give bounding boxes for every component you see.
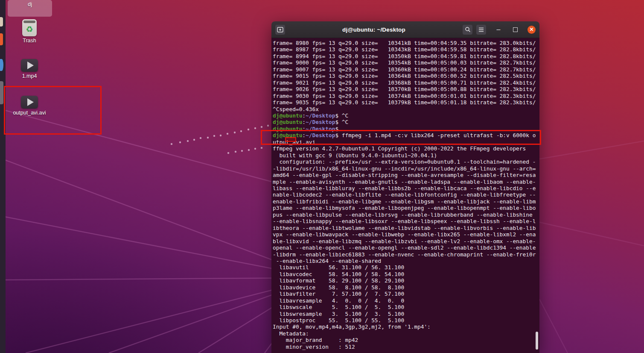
- terminal-line: configuration: --prefix=/usr --extra-ver…: [273, 159, 539, 165]
- desktop-item-dj-selected[interactable]: dj: [8, 0, 52, 17]
- terminal-line: libavcodec 58. 54.100 / 58. 54.100: [273, 271, 539, 277]
- terminal-line: enable-libfribidi --enable-libgme --enab…: [273, 198, 539, 205]
- search-icon: [465, 26, 471, 32]
- recycle-symbol-icon: ♻: [26, 25, 33, 33]
- terminal-line: libavresample 4. 0. 0 / 4. 0. 0: [273, 297, 539, 304]
- desktop: dj ♻ Trash 1.mp4 output_avi.avi: [0, 0, 644, 353]
- terminal-line: p3lame --enable-libmysofa --enable-libop…: [273, 205, 539, 211]
- terminal-line: pus --enable-libpulse --enable-librsvg -…: [273, 212, 539, 218]
- dock-app-icon-fragment[interactable]: [0, 59, 3, 71]
- terminal-titlebar[interactable]: dj@ubuntu: ~/Desktop – ✕: [271, 21, 539, 38]
- terminal-line: -libdir=/usr/lib/x86_64-linux-gnu --incd…: [273, 165, 539, 172]
- terminal-line: major_brand : mp42: [273, 337, 539, 343]
- terminal-line: frame= 9021 fps= 13 q=29.0 size= 10368kB…: [273, 79, 539, 86]
- terminal-line: libswscale 5. 5.100 / 5. 5.100: [273, 304, 539, 310]
- terminal-line: frame= 9030 fps= 13 q=29.0 size= 10374kB…: [273, 93, 539, 99]
- terminal-line: ibtheora --enable-libtwolame --enable-li…: [273, 225, 539, 231]
- video-file-icon: [21, 59, 38, 72]
- terminal-line: libavfilter 7. 57.100 / 7. 57.100: [273, 291, 539, 297]
- terminal-line: libswresample 3. 5.100 / 3. 5.100: [273, 311, 539, 317]
- play-icon: [27, 62, 34, 69]
- scrollbar-thumb[interactable]: [536, 332, 538, 350]
- new-tab-button[interactable]: [275, 25, 285, 35]
- terminal-line: frame= 8980 fps= 13 q=29.0 size= 10341kB…: [273, 40, 539, 46]
- terminal-line: libavdevice 58. 8.100 / 58. 8.100: [273, 284, 539, 291]
- maximize-icon: [513, 27, 518, 32]
- minimize-button[interactable]: –: [493, 25, 504, 35]
- terminal-line: frame= 9026 fps= 13 q=29.0 size= 10370kB…: [273, 86, 539, 92]
- terminal-line: libpostproc 55. 5.100 / 55. 5.100: [273, 317, 539, 324]
- terminal-line: dj@ubuntu:~/Desktop$ ^C: [273, 119, 539, 125]
- terminal-line: ffmpeg version 4.2.7-0ubuntu0.1 Copyrigh…: [273, 145, 539, 152]
- terminal-line: frame= 8987 fps= 13 q=29.0 size= 10343kB…: [273, 46, 539, 53]
- terminal-line: Metadata:: [273, 330, 539, 337]
- terminal-line: frame= 9015 fps= 13 q=29.0 size= 10364kB…: [273, 73, 539, 79]
- terminal-line: frame= 8994 fps= 13 q=29.0 size= 10350kB…: [273, 53, 539, 59]
- desktop-icon-trash[interactable]: ♻ Trash: [6, 19, 53, 44]
- terminal-output: frame= 8980 fps= 13 q=29.0 size= 10341kB…: [273, 40, 539, 350]
- menu-button[interactable]: [476, 25, 486, 35]
- terminal-line: --enable-libsnappy --enable-libsoxr --en…: [273, 218, 539, 224]
- terminal-line: ^Cspeed=0.436x: [273, 106, 539, 112]
- terminal-window: dj@ubuntu: ~/Desktop – ✕: [271, 21, 539, 353]
- terminal-line: dj@ubuntu:~/Desktop$ ^C: [273, 112, 539, 119]
- terminal-body[interactable]: frame= 8980 fps= 13 q=29.0 size= 10341kB…: [271, 38, 539, 353]
- dock-app-icon-fragment[interactable]: [0, 81, 3, 104]
- search-button[interactable]: [463, 25, 472, 35]
- terminal-line: libass --enable-libbluray --enable-libbs…: [273, 185, 539, 191]
- trash-icon: ♻: [22, 19, 37, 36]
- desktop-icon-1mp4[interactable]: 1.mp4: [6, 59, 53, 79]
- dock: [0, 0, 6, 353]
- hamburger-menu-icon: [478, 27, 484, 32]
- new-tab-icon: [277, 27, 283, 32]
- annotation-rect-ffmpeg-command: [261, 130, 541, 145]
- terminal-line: mple --enable-avisynth --enable-gnutls -…: [273, 179, 539, 185]
- desktop-icon-label: Trash: [23, 38, 36, 44]
- terminal-line: Input #0, mov,mp4,m4a,3gp,3g2,mj2, from …: [273, 324, 539, 330]
- maximize-button[interactable]: [510, 25, 520, 35]
- desktop-item-dj-label: dj: [28, 1, 32, 17]
- terminal-line: minor_version : 512: [273, 344, 539, 350]
- trash-lid-icon: [23, 21, 35, 23]
- terminal-line: vpx --enable-libwavpack --enable-libwebp…: [273, 231, 539, 238]
- terminal-line: amd64 --enable-gpl --disable-stripping -…: [273, 172, 539, 178]
- dock-app-icon-fragment[interactable]: [0, 33, 3, 45]
- terminal-line: libavutil 56. 31.100 / 56. 31.100: [273, 264, 539, 271]
- terminal-line: built with gcc 9 (Ubuntu 9.4.0-1ubuntu1~…: [273, 152, 539, 159]
- terminal-line: --enable-libx264 --enable-shared: [273, 258, 539, 264]
- terminal-line: nable-libcodec2 --enable-libflite --enab…: [273, 191, 539, 198]
- terminal-line: openal --enable-opencl --enable-opengl -…: [273, 244, 539, 251]
- terminal-line: frame= 9000 fps= 13 q=29.0 size= 10354kB…: [273, 59, 539, 66]
- close-icon: ✕: [529, 27, 533, 32]
- annotation-box-underscore: [285, 137, 296, 142]
- terminal-line: ble-libxvid --enable-libzmq --enable-lib…: [273, 238, 539, 244]
- terminal-line: -libdrm --enable-libiec61883 --enable-nv…: [273, 251, 539, 258]
- window-title: dj@ubuntu: ~/Desktop: [289, 26, 459, 33]
- terminal-line: libavformat 58. 29.100 / 58. 29.100: [273, 277, 539, 284]
- close-button[interactable]: ✕: [527, 26, 536, 34]
- terminal-line: frame= 9035 fps= 13 q=29.0 size= 10379kB…: [273, 99, 539, 106]
- annotation-rect-output-file: [4, 86, 102, 135]
- desktop-icon-label: 1.mp4: [22, 73, 37, 79]
- terminal-line: frame= 9007 fps= 13 q=29.0 size= 10360kB…: [273, 66, 539, 73]
- dock-app-icon-fragment[interactable]: [0, 17, 3, 26]
